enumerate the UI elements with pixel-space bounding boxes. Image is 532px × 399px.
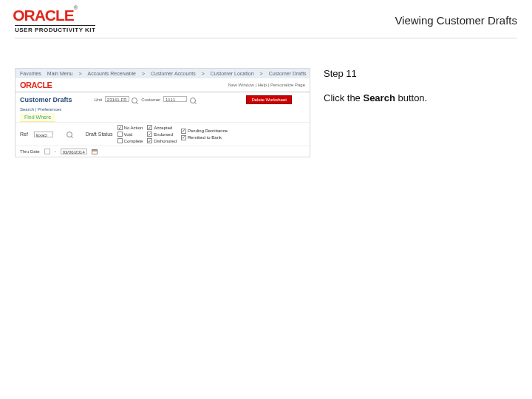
filter-row: Ref Exact Draft Status ✓No Action Void C… [16,122,310,146]
filter-col-3: ✓Pending Remittance ✓Remitted to Bank [181,129,228,140]
chk-label: Remitted to Bank [188,135,222,140]
app-logo-row: ORACLE New Window | Help | Personalize P… [16,78,310,92]
lookup-icon[interactable] [132,98,137,103]
instruction-bold: Search [363,92,395,103]
app-oracle-logo: ORACLE [20,81,52,89]
nav-cust-drafts[interactable]: Customer Drafts [269,71,307,76]
lookup-icon[interactable] [190,98,196,103]
calendar-icon[interactable] [92,149,98,154]
registered-mark: ® [74,5,77,10]
nav-ar[interactable]: Accounts Receivable [88,71,136,76]
chk-accepted[interactable]: ✓Accepted [147,125,177,130]
chk-label: Accepted [154,126,172,130]
thru-date-to-input[interactable]: 03/06/2014 [61,149,87,154]
chk-label: No Action [124,126,143,130]
oracle-text: ORACLE [13,7,73,24]
filter-col-2: ✓Accepted ✓Endorsed ✓Dishonored [147,125,177,143]
app-meta-links[interactable]: New Window | Help | Personalize Page [228,83,305,87]
find-where-tab[interactable]: Find Where [20,113,55,122]
screenshot-panel: Favorites Main Menu > Accounts Receivabl… [15,68,310,157]
chk-label: Dishonored [154,139,177,143]
status-label: Draft Status [86,132,113,137]
upk-label: USER PRODUCTIVITY KIT [15,25,95,33]
instruction-text: Click the Search button. [324,92,517,103]
chk-label: Complete [124,139,143,143]
chk-pending-remittance[interactable]: ✓Pending Remittance [181,129,228,134]
chk-label: Pending Remittance [188,129,228,133]
ref-label: Ref [20,132,28,137]
nav-cust-accts[interactable]: Customer Accounts [151,71,196,76]
chk-void[interactable]: Void [117,132,143,137]
content-area: Favorites Main Menu > Accounts Receivabl… [0,38,532,157]
chk-label: Endorsed [154,132,173,137]
chk-complete[interactable]: Complete [117,138,143,143]
step-label: Step 11 [324,68,517,79]
chk-remitted-to-bank[interactable]: ✓Remitted to Bank [181,135,228,140]
nav-cust-loc[interactable]: Customer Location [211,71,254,76]
chk-label: Void [124,132,133,137]
search-preferences-links[interactable]: Search | Preferences [16,106,310,113]
chk-endorsed[interactable]: ✓Endorsed [147,132,177,137]
customer-input[interactable]: 1111 [163,96,187,102]
ref-input[interactable]: Exact [34,132,53,137]
instruction-prefix: Click the [324,92,363,103]
instruction-panel: Step 11 Click the Search button. [324,68,517,103]
nav-favorites[interactable]: Favorites [20,71,41,76]
app-frame: Favorites Main Menu > Accounts Receivabl… [15,68,310,157]
page-title: Viewing Customer Drafts [395,14,517,27]
app-breadcrumb-bar: Favorites Main Menu > Accounts Receivabl… [16,69,310,78]
doc-header: ORACLE® USER PRODUCTIVITY KIT Viewing Cu… [0,0,532,36]
delete-worksheet-button[interactable]: Delete Worksheet [246,95,292,104]
nav-main-menu[interactable]: Main Menu [47,71,73,76]
heading-row: Customer Drafts Unit 23141-FR Customer 1… [16,92,310,106]
customer-drafts-heading: Customer Drafts [20,96,72,103]
thru-date-label: Thru Date [20,149,40,154]
customer-label: Customer [141,98,160,102]
search-icon[interactable] [66,132,72,137]
instruction-suffix: button. [395,92,427,103]
thru-date-from-input[interactable] [44,149,50,154]
filter-col-1: ✓No Action Void Complete [117,125,143,143]
chk-no-action[interactable]: ✓No Action [117,125,143,130]
oracle-wordmark: ORACLE® [13,7,98,24]
oracle-upk-logo: ORACLE® USER PRODUCTIVITY KIT [15,7,95,33]
thru-date-row: Thru Date - 03/06/2014 [16,146,310,157]
unit-field: Unit 23141-FR Customer 1111 [95,96,196,103]
unit-label: Unit [95,98,103,102]
unit-input[interactable]: 23141-FR [105,96,129,102]
chk-dishonored[interactable]: ✓Dishonored [147,138,177,143]
